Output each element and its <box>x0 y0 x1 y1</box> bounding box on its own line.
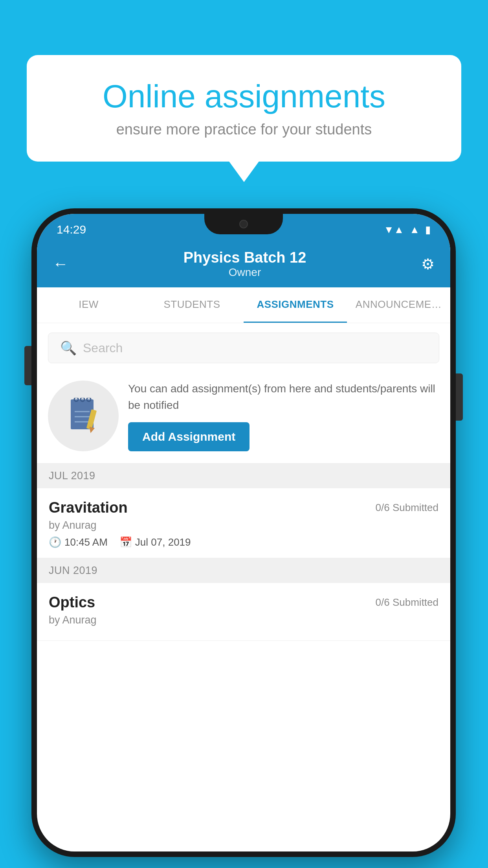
bubble-subtitle: ensure more practice for your students <box>54 121 434 138</box>
phone-outer: 14:29 ▼▲ ▲ ▮ ← Physics Batch 12 Owner ⚙ … <box>31 208 456 857</box>
phone-notch <box>204 214 283 234</box>
assignment-row1: Gravitation 0/6 Submitted <box>49 499 438 516</box>
assignment-date: 📅 Jul 07, 2019 <box>119 536 191 548</box>
assignment-submitted: 0/6 Submitted <box>376 499 438 514</box>
header-center: Physics Batch 12 Owner <box>183 249 306 279</box>
wifi-icon: ▼▲ <box>384 224 404 236</box>
assignment-row1-optics: Optics 0/6 Submitted <box>49 594 438 611</box>
speech-bubble: Online assignments ensure more practice … <box>27 55 461 162</box>
tabs-bar: IEW STUDENTS ASSIGNMENTS ANNOUNCEME… <box>37 287 450 323</box>
notebook-icon <box>68 398 99 434</box>
assignment-submitted-optics: 0/6 Submitted <box>376 594 438 609</box>
phone: 14:29 ▼▲ ▲ ▮ ← Physics Batch 12 Owner ⚙ … <box>31 208 456 857</box>
header-title: Physics Batch 12 <box>183 249 306 266</box>
app-header: ← Physics Batch 12 Owner ⚙ <box>37 241 450 287</box>
add-assignment-button[interactable]: Add Assignment <box>128 422 250 451</box>
bubble-title: Online assignments <box>54 79 434 114</box>
search-bar[interactable]: 🔍 Search <box>48 333 439 363</box>
tab-assignments[interactable]: ASSIGNMENTS <box>244 287 347 323</box>
status-icons: ▼▲ ▲ ▮ <box>384 224 431 236</box>
signal-icon: ▲ <box>409 224 420 236</box>
clock-icon: 🕐 <box>49 536 61 548</box>
settings-icon[interactable]: ⚙ <box>421 256 435 273</box>
month-header-jun: JUN 2019 <box>37 558 450 583</box>
assignment-name: Gravitation <box>49 499 128 516</box>
search-input[interactable]: Search <box>83 341 123 355</box>
promo-section: You can add assignment(s) from here and … <box>37 373 450 463</box>
assignment-name-optics: Optics <box>49 594 95 611</box>
camera-dot <box>239 220 248 228</box>
back-button[interactable]: ← <box>53 255 68 273</box>
month-header-jul: JUL 2019 <box>37 463 450 488</box>
promo-text-area: You can add assignment(s) from here and … <box>128 381 439 451</box>
tab-iew[interactable]: IEW <box>37 287 140 323</box>
search-icon: 🔍 <box>60 340 77 356</box>
assignment-item-optics[interactable]: Optics 0/6 Submitted by Anurag <box>37 583 450 641</box>
battery-icon: ▮ <box>425 224 431 236</box>
status-time: 14:29 <box>57 223 86 236</box>
header-subtitle: Owner <box>183 266 306 279</box>
assignment-by: by Anurag <box>49 519 438 531</box>
assignment-time: 🕐 10:45 AM <box>49 536 108 548</box>
promo-description: You can add assignment(s) from here and … <box>128 381 439 414</box>
tab-students[interactable]: STUDENTS <box>140 287 244 323</box>
assignment-meta: 🕐 10:45 AM 📅 Jul 07, 2019 <box>49 536 438 548</box>
assignment-by-optics: by Anurag <box>49 614 438 626</box>
phone-screen: 14:29 ▼▲ ▲ ▮ ← Physics Batch 12 Owner ⚙ … <box>37 214 450 851</box>
calendar-icon: 📅 <box>119 536 132 548</box>
speech-bubble-container: Online assignments ensure more practice … <box>27 55 461 162</box>
tab-announcements[interactable]: ANNOUNCEME… <box>347 287 450 323</box>
promo-icon-circle <box>48 381 119 451</box>
assignment-item-gravitation[interactable]: Gravitation 0/6 Submitted by Anurag 🕐 10… <box>37 488 450 558</box>
